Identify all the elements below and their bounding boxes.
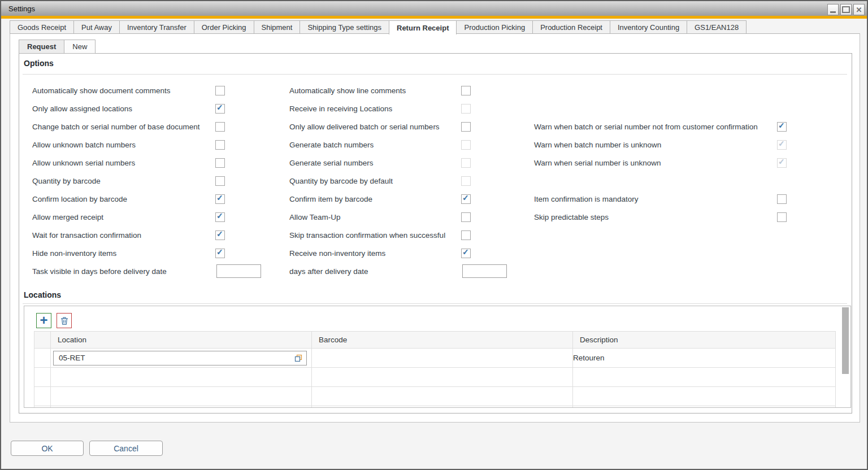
tab-return-receipt[interactable]: Return Receipt xyxy=(389,20,457,34)
checkbox-wait-for-transaction-confirmation[interactable] xyxy=(215,230,225,240)
ok-button[interactable]: OK xyxy=(11,441,84,456)
minimize-button[interactable] xyxy=(827,4,839,15)
task-visible-days-input[interactable] xyxy=(216,264,261,278)
option-label: Warn when serial number is unknown xyxy=(534,159,661,167)
option-label: Generate serial numbers xyxy=(289,159,374,167)
column-header-description[interactable]: Description xyxy=(573,332,836,349)
checkbox-auto-show-document-comments[interactable] xyxy=(215,86,225,95)
tab-put-away[interactable]: Put Away xyxy=(73,20,120,34)
options-heading: Options xyxy=(24,59,54,68)
cancel-button[interactable]: Cancel xyxy=(89,441,163,456)
checkbox-allow-unknown-batch-numbers[interactable] xyxy=(215,140,225,150)
option-label: Confirm item by barcode xyxy=(289,195,372,203)
checkbox-change-batch-serial-of-base-document[interactable] xyxy=(215,122,225,132)
barcode-cell[interactable] xyxy=(312,349,573,368)
checkbox-item-confirmation-mandatory[interactable] xyxy=(777,194,787,204)
checkbox-receive-in-receiving-locations xyxy=(461,104,471,114)
table-row: 05-RET Retouren xyxy=(34,349,836,368)
barcode-cell[interactable] xyxy=(312,368,573,387)
title-bar[interactable]: Settings xyxy=(1,1,867,16)
delete-row-button[interactable] xyxy=(57,313,72,328)
tab-gs1-ean128[interactable]: GS1/EAN128 xyxy=(687,20,747,34)
checkbox-allow-unknown-serial-numbers[interactable] xyxy=(215,158,225,168)
checkbox-auto-show-line-comments[interactable] xyxy=(461,86,471,95)
checkbox-confirm-item-by-barcode[interactable] xyxy=(461,194,471,204)
column-header-barcode[interactable]: Barcode xyxy=(312,332,573,349)
checkbox-quantity-by-barcode[interactable] xyxy=(215,176,225,186)
location-cell[interactable] xyxy=(51,387,312,406)
option-label: Generate batch numbers xyxy=(289,141,374,149)
window-title: Settings xyxy=(8,5,35,13)
column-header-location[interactable]: Location xyxy=(51,332,312,349)
row-selector[interactable] xyxy=(34,368,51,387)
main-tab-strip: Goods Receipt Put Away Inventory Transfe… xyxy=(10,20,747,33)
checkbox-confirm-location-by-barcode[interactable] xyxy=(215,194,225,204)
close-icon: ✕ xyxy=(856,6,862,14)
sub-tab-strip: Request New xyxy=(19,40,96,54)
days-after-delivery-input[interactable] xyxy=(462,264,507,278)
checkbox-allow-merged-receipt[interactable] xyxy=(215,212,225,222)
checkbox-receive-non-inventory-items[interactable] xyxy=(461,249,471,258)
barcode-cell[interactable] xyxy=(312,406,573,408)
option-label: Allow Team-Up xyxy=(289,213,341,221)
tab-production-picking[interactable]: Production Picking xyxy=(456,20,533,34)
checkbox-skip-transaction-confirmation-when-successful[interactable] xyxy=(461,230,471,240)
table-header-row: Location Barcode Description xyxy=(34,332,836,349)
checkbox-quantity-by-barcode-default xyxy=(461,176,471,186)
tab-shipment[interactable]: Shipment xyxy=(254,20,301,34)
option-label: Receive in receiving Locations xyxy=(289,105,392,113)
tab-shipping-type-settings[interactable]: Shipping Type settings xyxy=(300,20,389,34)
row-selector[interactable] xyxy=(34,406,51,408)
vertical-scrollbar-thumb[interactable] xyxy=(842,307,849,374)
option-label: Allow unknown serial numbers xyxy=(32,159,135,167)
option-label: Skip transaction confirmation when succe… xyxy=(289,231,445,240)
location-cell[interactable] xyxy=(51,368,312,387)
checkbox-hide-non-inventory-items[interactable] xyxy=(215,249,225,258)
row-selector[interactable] xyxy=(34,349,51,368)
checkbox-generate-serial-numbers xyxy=(461,158,471,168)
location-cell: 05-RET xyxy=(51,349,312,368)
description-cell[interactable]: Retouren xyxy=(573,349,836,368)
locations-heading: Locations xyxy=(24,290,61,299)
description-cell[interactable] xyxy=(573,368,836,387)
checkbox-only-allow-delivered-batch-serial[interactable] xyxy=(461,122,471,132)
settings-window: Settings ✕ Goods Receipt Put Away Invent… xyxy=(0,0,868,470)
tab-inventory-counting[interactable]: Inventory Counting xyxy=(610,20,687,34)
checkbox-warn-batch-number-unknown xyxy=(777,140,787,150)
maximize-button[interactable] xyxy=(840,4,852,15)
option-label: Task visible in days before delivery dat… xyxy=(32,267,167,276)
tab-inventory-transfer[interactable]: Inventory Transfer xyxy=(119,20,194,34)
option-label: Automatically show document comments xyxy=(32,86,171,95)
location-input[interactable]: 05-RET xyxy=(53,351,307,365)
option-label: Allow merged receipt xyxy=(32,213,103,221)
location-cell[interactable] xyxy=(51,406,312,408)
close-button[interactable]: ✕ xyxy=(853,4,865,15)
trash-icon xyxy=(60,316,69,325)
checkbox-skip-predictable-steps[interactable] xyxy=(777,212,787,222)
description-cell[interactable] xyxy=(573,406,836,408)
checkbox-warn-batch-serial-not-from-customer-confirmation[interactable] xyxy=(777,122,787,132)
option-label: Allow unknown batch numbers xyxy=(32,141,136,149)
locations-divider xyxy=(23,303,847,304)
accent-bar xyxy=(1,16,867,19)
description-cell[interactable] xyxy=(573,387,836,406)
description-value: Retouren xyxy=(573,354,605,362)
subtab-request[interactable]: Request xyxy=(19,40,64,54)
option-label: Confirm location by barcode xyxy=(32,195,127,203)
checkbox-allow-team-up[interactable] xyxy=(461,212,471,222)
add-row-button[interactable]: + xyxy=(36,313,51,328)
row-selector[interactable] xyxy=(34,387,51,406)
barcode-cell[interactable] xyxy=(312,387,573,406)
tab-order-picking[interactable]: Order Picking xyxy=(194,20,254,34)
option-label: Warn when batch or serial number not fro… xyxy=(534,123,758,131)
subtab-new[interactable]: New xyxy=(64,40,96,54)
choose-from-list-icon[interactable] xyxy=(294,354,302,362)
option-label: Quantity by barcode by default xyxy=(289,177,393,185)
checkbox-generate-batch-numbers xyxy=(461,140,471,150)
tab-production-receipt[interactable]: Production Receipt xyxy=(532,20,610,34)
table-row xyxy=(34,406,836,408)
option-label: Receive non-inventory items xyxy=(289,249,385,258)
option-label: Item confirmation is mandatory xyxy=(534,195,639,203)
tab-goods-receipt[interactable]: Goods Receipt xyxy=(10,20,74,34)
checkbox-only-allow-assigned-locations[interactable] xyxy=(215,104,225,114)
